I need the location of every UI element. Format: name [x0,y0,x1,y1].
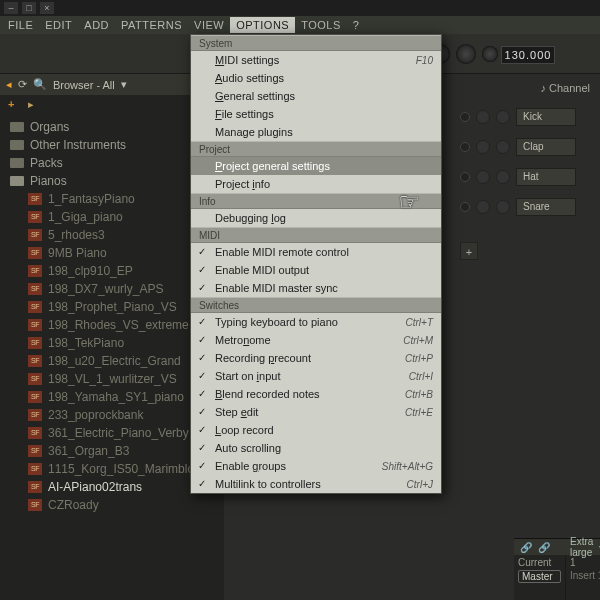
chevron-down-icon[interactable]: ▾ [121,78,127,91]
channel-led-icon[interactable] [460,142,470,152]
mixer-slot-name: Insert 1 [570,570,600,581]
titlebar-button[interactable]: × [40,2,54,14]
options-menu-dropdown: SystemMIDI settingsF10Audio settingsGene… [190,34,442,494]
vol-knob[interactable] [496,200,510,214]
menu-item[interactable]: ✓Enable groupsShift+Alt+G [191,457,441,475]
menu-edit[interactable]: EDIT [39,17,78,33]
menu-item[interactable]: Project general settings [191,157,441,175]
soundfont-icon: SF [28,193,42,205]
menu-item[interactable]: ✓Start on inputCtrl+I [191,367,441,385]
refresh-icon[interactable]: ⟳ [18,78,27,91]
tree-item-label: 198_Rhodes_VS_extreme [48,318,189,332]
menu-tools[interactable]: TOOLS [295,17,347,33]
soundfont-icon: SF [28,373,42,385]
menu-patterns[interactable]: PATTERNS [115,17,188,33]
menu-item[interactable]: General settings [191,87,441,105]
tree-item-label: Other Instruments [30,138,126,152]
folder-icon [10,122,24,132]
tree-item-label: 1115_Korg_IS50_Marimbloyd [48,462,207,476]
channel-led-icon[interactable] [460,112,470,122]
pan-knob[interactable] [476,170,490,184]
menu-options[interactable]: OPTIONS [230,17,295,33]
channel-row: Kick [460,108,576,126]
menu-item[interactable]: File settings [191,105,441,123]
channel-button[interactable]: Hat [516,168,576,186]
check-icon: ✓ [198,264,206,275]
check-icon: ✓ [198,424,206,435]
vol-knob[interactable] [496,140,510,154]
arrow-icon[interactable]: ▸ [28,98,34,111]
titlebar-button[interactable]: – [4,2,18,14]
soundfont-icon: SF [28,445,42,457]
menu-view[interactable]: VIEW [188,17,230,33]
menu-item[interactable]: Audio settings [191,69,441,87]
menu-item[interactable]: ✓MetronomeCtrl+M [191,331,441,349]
tree-item-label: 198_u20_Electric_Grand [48,354,181,368]
add-channel-button[interactable]: + [460,242,478,260]
tree-item-label: 5_rhodes3 [48,228,105,242]
menu-item-label: Blend recorded notes [215,388,320,400]
soundfont-icon: SF [28,229,42,241]
add-icon[interactable]: + [8,98,14,111]
menu-item[interactable]: ✓Recording precountCtrl+P [191,349,441,367]
browser-title: Browser - All [53,79,115,91]
menu-item[interactable]: ✓Auto scrolling [191,439,441,457]
menu-item[interactable]: ✓Enable MIDI output [191,261,441,279]
record-button[interactable] [456,44,476,64]
tree-item[interactable]: SFCZRoady [10,496,224,514]
channel-led-icon[interactable] [460,202,470,212]
soundfont-icon: SF [28,481,42,493]
folder-icon [10,158,24,168]
menu-item[interactable]: ✓Typing keyboard to pianoCtrl+T [191,313,441,331]
mixer-slot[interactable]: 1Insert 1 [566,555,600,600]
tree-item-label: Packs [30,156,63,170]
menu-item-label: Debugging log [215,212,286,224]
menu-file[interactable]: FILE [2,17,39,33]
transport-button[interactable] [482,46,498,62]
pan-knob[interactable] [476,110,490,124]
channel-button[interactable]: Kick [516,108,576,126]
menu-item[interactable]: Manage plugins [191,123,441,141]
pan-knob[interactable] [476,140,490,154]
channel-button[interactable]: Clap [516,138,576,156]
channel-button[interactable]: Snare [516,198,576,216]
mixer-slot-name: Master [518,570,561,583]
menu-item[interactable]: ✓Enable MIDI master sync [191,279,441,297]
menu-item[interactable]: ✓Enable MIDI remote control [191,243,441,261]
menu-item[interactable]: ✓Blend recorded notesCtrl+B [191,385,441,403]
menu-item[interactable]: Project info [191,175,441,193]
check-icon: ✓ [198,370,206,381]
menu-item[interactable]: ✓Loop record [191,421,441,439]
menu-item-label: Enable groups [215,460,286,472]
menu-item-shortcut: Shift+Alt+G [382,461,433,472]
mixer-link-icon[interactable]: 🔗 [538,542,550,553]
check-icon: ✓ [198,246,206,257]
bpm-display[interactable]: 130.000 [501,46,555,64]
menu-item[interactable]: ✓Step editCtrl+E [191,403,441,421]
soundfont-icon: SF [28,301,42,313]
vol-knob[interactable] [496,110,510,124]
menu-section-header: Project [191,141,441,157]
channel-rack-header[interactable]: ♪ Channel [540,82,590,94]
menu-item-label: Audio settings [215,72,284,84]
menu-help[interactable]: ? [347,17,366,33]
titlebar-button[interactable]: □ [22,2,36,14]
menu-item[interactable]: ✓Multilink to controllersCtrl+J [191,475,441,493]
menu-item-label: Typing keyboard to piano [215,316,338,328]
menu-item[interactable]: MIDI settingsF10 [191,51,441,69]
mixer-link-icon[interactable]: 🔗 [520,542,532,553]
menu-item-label: Metronome [215,334,271,346]
menu-item[interactable]: Debugging log [191,209,441,227]
vol-knob[interactable] [496,170,510,184]
tree-item-label: 9MB Piano [48,246,107,260]
collapse-icon[interactable]: ◂ [6,78,12,91]
channel-led-icon[interactable] [460,172,470,182]
check-icon: ✓ [198,282,206,293]
tree-item-label: 198_Yamaha_SY1_piano [48,390,184,404]
mixer-panel: 🔗 🔗 Extra large ▾ CurrentMaster1Insert 1… [514,538,600,600]
menu-add[interactable]: ADD [78,17,115,33]
search-icon[interactable]: 🔍 [33,78,47,91]
pan-knob[interactable] [476,200,490,214]
mixer-slot[interactable]: CurrentMaster [514,555,566,600]
soundfont-icon: SF [28,265,42,277]
